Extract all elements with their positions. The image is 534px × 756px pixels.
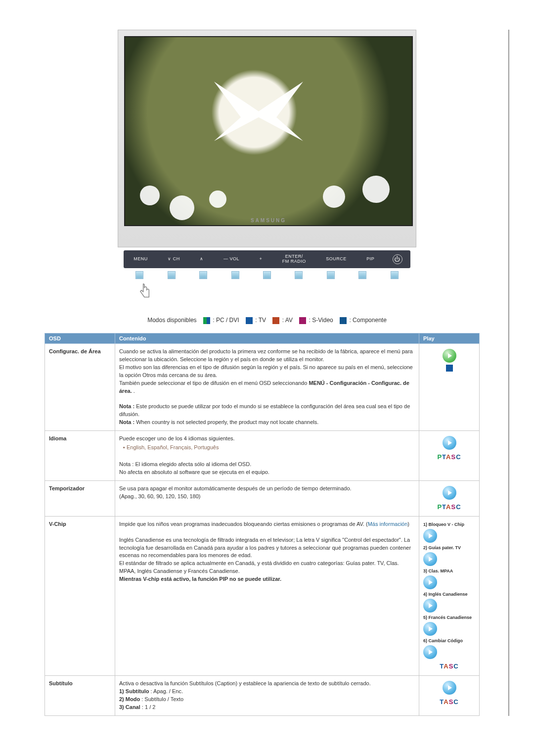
configurac-body3-tail: . [134,388,135,394]
play-cell-vchip: 1) Bloqueo V - Chip 2) Guías pater. TV 3… [419,516,480,675]
play-icon[interactable] [423,645,437,659]
indicator-dot [168,271,176,279]
idioma-languages: English, Español, Français, Português [123,444,415,452]
play-icon[interactable] [423,529,437,543]
indicator-dot [135,271,143,279]
configurac-nota2-label: Nota : [119,419,136,425]
configurac-body1: Cuando se activa la alimentación del pro… [119,348,413,362]
tasc-badge: TASC [423,698,475,707]
source-button[interactable]: SOURCE [324,256,349,263]
configurac-nota1: Este producto se puede utilizar por todo… [119,403,410,417]
power-button[interactable]: ⏻ [393,254,402,264]
play-icon[interactable] [423,622,437,636]
osd-cell-vchip: V-Chip [45,516,115,675]
volume-down-button[interactable]: — VOL [222,256,241,263]
mode-component-icon [340,317,347,324]
table-header-row: OSD Contenido Play [45,333,480,343]
vchip-play-item-4: 4) Inglés Canadiense [423,591,475,598]
mode-pc-dvi-label: : PC / DVI [213,317,239,324]
play-cell-temporizador: PTASC [419,480,480,516]
ptasc-badge: PTASC [423,503,475,512]
tv-screen: SAMSUNG [124,36,413,226]
play-icon[interactable] [443,486,456,500]
subtitulo-l2-label: 2) Modo [119,696,140,702]
indicator-dot [358,271,366,279]
mode-av-icon [272,317,279,324]
subtitulo-l2-val: : Subtítulo / Texto [140,696,183,702]
vchip-body1: Impide que los niños vean programas inad… [119,521,368,527]
osd-cell-configurac: Configurac. de Área [45,343,115,430]
butterfly-graphic [214,82,303,141]
indicator-dot [327,271,335,279]
page-right-rule [508,30,509,716]
vchip-play-item-2: 2) Guías pater. TV [423,545,475,551]
hero-device-figure: SAMSUNG MENU ∨ CH ∧ — VOL + ENTER/ FM RA… [118,30,416,302]
idioma-nota: Nota : El idioma elegido afecta sólo al … [119,461,251,467]
header-play: Play [419,333,480,343]
indicator-dot [199,271,207,279]
modes-label: Modos disponibles [147,317,196,324]
play-icon[interactable] [443,681,456,695]
vchip-bold-note: Mientras V-chip está activo, la función … [119,576,281,582]
subtitulo-l3-val: : 1 / 2 [140,704,156,710]
play-icon[interactable] [423,552,437,566]
indicator-dot [263,271,271,279]
indicator-dots-row [124,271,410,279]
osd-cell-temporizador: Temporizador [45,480,115,516]
flower-graphic [140,186,160,205]
pip-button[interactable]: PIP [364,256,376,263]
table-row: Subtítulo Activa o desactiva la función … [45,675,480,715]
configurac-nota1-label: Nota : [119,403,136,409]
play-icon[interactable] [443,436,456,450]
play-cell-subtitulo: TASC [419,675,480,715]
play-icon[interactable] [443,349,456,363]
channel-down-button[interactable]: ∨ CH [166,256,182,263]
subtitulo-l1-label: 1) Subtítulo [119,688,149,694]
volume-up-button[interactable]: + [258,256,265,263]
vchip-mas-info-link[interactable]: Más información [368,521,408,527]
enter-fmradio-button[interactable]: ENTER/ FM RADIO [280,253,308,265]
tv-brand-label: SAMSUNG [125,218,412,223]
temporizador-body1: Se usa para apagar el monitor automática… [119,485,352,491]
mode-svideo-icon [299,317,306,324]
idioma-body1: Puede escoger uno de los 4 idiomas sigui… [119,435,235,441]
mode-pc-dvi-icon [203,317,210,324]
play-cell-configurac [419,343,480,430]
channel-up-button[interactable]: ∧ [198,256,206,263]
vchip-play-item-1: 1) Bloqueo V - Chip [423,521,475,528]
menu-button[interactable]: MENU [132,256,150,263]
flower-graphic [170,195,194,220]
vchip-body3: El estándar de filtrado se aplica actual… [119,560,399,574]
hand-pointer-icon [137,282,151,302]
content-cell-configurac: Cuando se activa la alimentación del pro… [115,343,419,430]
table-row: V-Chip Impide que los niños vean program… [45,516,480,675]
osd-cell-subtitulo: Subtítulo [45,675,115,715]
header-contenido: Contenido [115,333,419,343]
header-osd: OSD [45,333,115,343]
subtitulo-body1: Activa o desactiva la función Subtítulos… [119,680,371,686]
play-cell-idioma: PTASC [419,431,480,481]
flower-graphic [362,176,390,203]
play-icon[interactable] [423,575,437,589]
vchip-play-item-6: 6) Cambiar Código [423,638,475,644]
mode-tv-icon [446,365,453,372]
content-cell-subtitulo: Activa o desactiva la función Subtítulos… [115,675,419,715]
configurac-body3: También puede seleccionar el tipo de dif… [119,380,309,386]
configurac-body2: El motivo son las diferencias en el tipo… [119,364,413,378]
flower-graphic [323,186,345,208]
table-row: Temporizador Se usa para apagar el monit… [45,480,480,516]
available-modes-line: Modos disponibles : PC / DVI : TV : AV :… [30,317,504,324]
subtitulo-l1-val: : Apag. / Enc. [149,688,183,694]
subtitulo-l3-label: 3) Canal [119,704,140,710]
osd-cell-idioma: Idioma [45,431,115,481]
table-row: Configurac. de Área Cuando se activa la … [45,343,480,430]
indicator-dot [391,271,399,279]
tv-device-frame: SAMSUNG [118,30,416,247]
content-cell-temporizador: Se usa para apagar el monitor automática… [115,480,419,516]
indicator-dot [295,271,303,279]
mode-tv-icon [246,317,253,324]
mode-av-label: : AV [282,317,293,324]
play-icon[interactable] [423,599,437,613]
tv-control-bar: MENU ∨ CH ∧ — VOL + ENTER/ FM RADIO SOUR… [124,250,410,268]
vchip-body1-tail: ) [407,521,409,527]
